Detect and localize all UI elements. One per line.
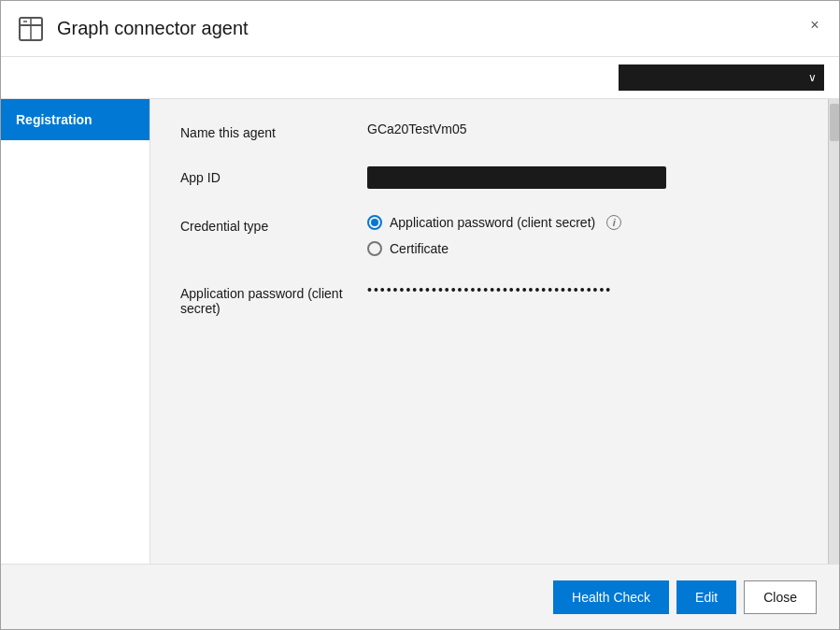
name-value: GCa20TestVm05	[367, 122, 798, 136]
appid-value	[367, 166, 798, 189]
edit-button[interactable]: Edit	[676, 580, 736, 614]
account-selector[interactable]: ∨	[619, 64, 824, 91]
form-row-appid: App ID	[180, 166, 798, 189]
radio-label-certificate: Certificate	[390, 241, 448, 256]
password-value: ••••••••••••••••••••••••••••••••••••••	[367, 282, 798, 297]
credential-options: Application password (client secret) i C…	[367, 215, 798, 256]
password-dots: ••••••••••••••••••••••••••••••••••••••	[367, 282, 612, 297]
window-close-button[interactable]: ×	[802, 12, 828, 38]
name-label: Name this agent	[180, 122, 367, 140]
appid-bar	[367, 166, 666, 189]
sidebar-item-registration[interactable]: Registration	[1, 99, 149, 140]
content-area: Name this agent GCa20TestVm05 App ID Cre…	[150, 99, 828, 564]
account-selector-value	[626, 71, 797, 84]
radio-app-password[interactable]: Application password (client secret) i	[367, 215, 798, 230]
radio-label-app-password: Application password (client secret)	[390, 215, 595, 230]
health-check-button[interactable]: Health Check	[553, 580, 669, 614]
main-content: Registration Name this agent GCa20TestVm…	[1, 99, 839, 564]
scrollbar-thumb[interactable]	[830, 104, 839, 141]
radio-circle-certificate	[367, 241, 382, 256]
sidebar: Registration	[1, 99, 150, 564]
form-row-password: Application password (client secret) •••…	[180, 282, 798, 316]
footer: Health Check Edit Close	[1, 564, 839, 629]
app-icon	[16, 14, 46, 44]
radio-group: Application password (client secret) i C…	[367, 215, 798, 256]
title-bar: Graph connector agent ×	[1, 1, 839, 57]
radio-circle-app-password	[367, 215, 382, 230]
info-icon-app-password[interactable]: i	[606, 215, 621, 230]
form-row-credential: Credential type Application password (cl…	[180, 215, 798, 256]
appid-label: App ID	[180, 166, 367, 185]
scrollbar-track[interactable]	[828, 99, 839, 564]
chevron-down-icon: ∨	[808, 71, 817, 84]
window-title: Graph connector agent	[57, 18, 249, 39]
form-row-name: Name this agent GCa20TestVm05	[180, 122, 798, 140]
password-label: Application password (client secret)	[180, 282, 367, 316]
close-button[interactable]: Close	[744, 580, 817, 614]
credential-label: Credential type	[180, 215, 367, 234]
toolbar: ∨	[1, 57, 839, 99]
app-window: Graph connector agent × ∨ Registration N…	[0, 0, 840, 630]
radio-certificate[interactable]: Certificate	[367, 241, 798, 256]
